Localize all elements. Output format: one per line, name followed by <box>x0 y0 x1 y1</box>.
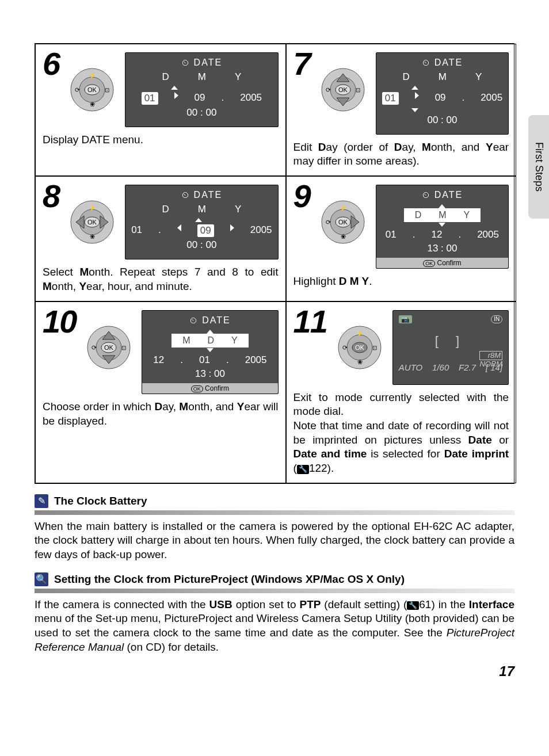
side-tab: First Steps <box>528 115 549 219</box>
arrow-down-icon <box>207 348 214 352</box>
arrow-right-icon <box>230 224 234 231</box>
step-8: 8 OK ⚡ ❀ DATE D <box>35 176 286 301</box>
arrow-right-icon <box>415 92 419 99</box>
screen-title: DATE <box>382 58 502 68</box>
svg-text:⚡: ⚡ <box>356 330 364 337</box>
step-9: 9 OK ⚡ ❀ ⟳ DATE <box>286 176 517 301</box>
svg-text:⟳: ⟳ <box>325 219 330 226</box>
step-caption: Highlight D M Y. <box>293 274 509 289</box>
image-size: r8M <box>479 351 502 360</box>
camera-icon: 📷 <box>399 315 412 323</box>
side-tab-label: First Steps <box>533 142 545 192</box>
setup-icon: 🔧 <box>407 601 419 610</box>
time-value: 00 : 00 <box>131 107 272 119</box>
lcd-screen: DATE M D Y 12. 01. 2005 <box>142 310 278 395</box>
svg-text:⚡: ⚡ <box>89 204 96 212</box>
note-pictureproject: 🔍 Setting the Clock from PictureProject … <box>35 572 514 655</box>
svg-text:⚡: ⚡ <box>89 72 96 79</box>
step-number: 11 <box>293 306 327 338</box>
svg-text:⟳: ⟳ <box>342 344 347 351</box>
note-title: The Clock Battery <box>54 495 147 507</box>
step-caption: Display DATE menu. <box>43 133 279 147</box>
svg-text:⊡: ⊡ <box>372 345 377 351</box>
svg-text:OK: OK <box>87 219 97 226</box>
steps-grid: 6 OK ⚡ ❀ ⟳ ⊡ DATE D <box>35 43 514 484</box>
svg-text:⊡: ⊡ <box>121 345 126 351</box>
arrow-down-icon <box>411 108 418 112</box>
step-number: 6 <box>43 48 59 80</box>
lcd-screen: DATE D M Y 01 09. 2005 00 : 00 <box>376 52 509 135</box>
multi-selector-icon: OK ⚡ ❀ <box>70 200 115 245</box>
note-clock-battery: ✎ The Clock Battery When the main batter… <box>35 494 514 562</box>
note-icon: ✎ <box>35 494 48 508</box>
step-number: 7 <box>293 48 310 80</box>
note-body: If the camera is connected with the USB … <box>35 598 514 655</box>
page-number: 17 <box>35 663 514 679</box>
setup-icon: 🔧 <box>297 465 309 474</box>
step-6: 6 OK ⚡ ❀ ⟳ ⊡ DATE D <box>35 44 286 176</box>
mode-auto: AUTO <box>399 362 422 372</box>
lcd-screen: DATE D M Y 01 09. 2005 00 : 00 <box>125 52 278 127</box>
note-title: Setting the Clock from PictureProject (W… <box>54 573 405 586</box>
date-values: 01 09. 2005 <box>131 92 272 105</box>
multi-selector-icon: OK ⟳ ⊡ <box>321 67 365 112</box>
arrow-up-icon <box>439 204 445 208</box>
svg-text:❀: ❀ <box>90 101 95 108</box>
svg-text:❀: ❀ <box>340 233 345 240</box>
step-caption: Choose order in which Day, Month, and Ye… <box>43 400 279 428</box>
order-highlight: D M Y <box>404 208 481 222</box>
svg-text:⟳: ⟳ <box>92 344 97 351</box>
arrow-up-icon <box>171 86 178 90</box>
svg-text:❀: ❀ <box>90 233 95 240</box>
arrow-right-icon <box>174 92 178 99</box>
svg-text:OK: OK <box>87 86 97 93</box>
step-11: 11 OK ⚡ ❀ ⟳ ⊡ 📷 <box>286 301 517 483</box>
svg-text:❀: ❀ <box>357 358 362 365</box>
memory-in-icon: IN <box>491 315 502 323</box>
aperture: F2.7 <box>459 362 476 372</box>
multi-selector-icon: OK ⟳ ⊡ <box>86 325 131 370</box>
svg-text:⟳: ⟳ <box>75 86 80 93</box>
step-caption: Edit Day (order of Day, Month, and Year … <box>293 140 509 169</box>
arrow-left-icon <box>177 224 181 231</box>
multi-selector-icon: OK ⚡ ❀ ⟳ ⊡ <box>337 325 382 370</box>
svg-text:⚡: ⚡ <box>340 204 347 212</box>
confirm-bar: OK Confirm <box>142 383 277 394</box>
magnify-icon: 🔍 <box>35 572 48 586</box>
svg-text:⊡: ⊡ <box>356 87 360 93</box>
screen-title: DATE <box>131 58 272 68</box>
divider <box>35 589 514 593</box>
image-quality: NORM <box>479 360 502 368</box>
note-body: When the main battery is installed or th… <box>35 520 514 562</box>
step-caption: Exit to mode currently selected with the… <box>293 391 509 476</box>
lcd-screen: DATE D M Y 01. 09 2005 00 : 00 <box>125 185 278 259</box>
order-highlight: M D Y <box>171 334 249 348</box>
svg-text:⊡: ⊡ <box>105 87 109 93</box>
arrow-up-icon <box>411 86 418 90</box>
step-caption: Select Month. Repeat steps 7 and 8 to ed… <box>43 265 279 293</box>
step-10: 10 OK ⟳ ⊡ DATE <box>35 301 286 483</box>
lcd-screen: DATE D M Y 01. 12. 2005 <box>376 185 509 269</box>
arrow-down-icon <box>439 223 445 227</box>
dmy-labels: D M Y <box>131 71 272 83</box>
svg-text:OK: OK <box>338 219 348 226</box>
step-number: 8 <box>43 180 59 212</box>
arrow-up-icon <box>207 330 214 334</box>
arrow-up-icon <box>195 218 202 222</box>
step-number: 10 <box>43 306 76 338</box>
multi-selector-icon: OK ⚡ ❀ ⟳ <box>321 200 365 245</box>
focus-brackets: [ ] <box>399 334 502 349</box>
step-7: 7 OK ⟳ ⊡ DATE D <box>286 44 517 176</box>
multi-selector-icon: OK ⚡ ❀ ⟳ ⊡ <box>70 67 115 112</box>
svg-text:⟳: ⟳ <box>325 86 330 93</box>
shutter-speed: 1/60 <box>432 362 449 372</box>
svg-text:OK: OK <box>104 344 114 351</box>
svg-text:OK: OK <box>355 344 365 351</box>
step-number: 9 <box>293 180 310 212</box>
confirm-bar: OK OK ConfirmConfirm <box>376 258 508 268</box>
svg-text:OK: OK <box>338 86 348 93</box>
divider <box>35 510 514 515</box>
shooting-screen: 📷 IN [ ] r8M NORM AUTO 1/60 F2.7 [ 14] <box>392 310 509 385</box>
